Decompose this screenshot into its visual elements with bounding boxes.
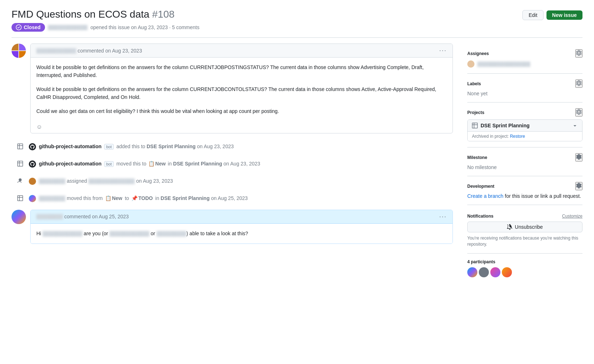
table-icon-3 <box>14 192 26 204</box>
issue-title: FMD Questions on ECOS data #108 <box>12 9 522 20</box>
participant-avatar-1 <box>467 267 477 277</box>
table-icon-1 <box>14 141 26 152</box>
edit-button[interactable]: Edit <box>522 10 543 20</box>
participant-avatar-2 <box>479 267 489 277</box>
milestone-title: Milestone <box>467 155 487 160</box>
second-comment-more-button[interactable]: ··· <box>439 213 447 220</box>
projects-gear-button[interactable] <box>575 108 582 117</box>
first-comment-footer: ☺ <box>31 121 453 133</box>
first-comment-more-button[interactable]: ··· <box>439 47 447 54</box>
participants-title: 4 participants <box>467 259 582 264</box>
sidebar-projects-section: Projects DSE Sprint Planning <box>467 103 582 147</box>
second-comment-container: ████████ commented on Aug 25, 2023 ··· H… <box>30 210 453 244</box>
assignees-title: Assignees <box>467 51 489 56</box>
second-comment-author: ████████ <box>36 214 63 219</box>
header-divider <box>12 37 582 38</box>
first-comment-date: commented on Aug 23, 2023 <box>77 48 142 54</box>
sidebar: Assignees ████████████████ Labels <box>467 44 582 283</box>
timeline-event-moved1: github-project-automation bot moved this… <box>12 158 453 169</box>
first-comment-container: ████████████ commented on Aug 23, 2023 ·… <box>30 44 453 133</box>
new-issue-button[interactable]: New issue <box>546 10 582 20</box>
timeline-text-1: github-project-automation bot added this… <box>29 141 234 150</box>
labels-gear-button[interactable] <box>575 79 582 88</box>
issue-number: #108 <box>152 9 175 20</box>
milestone-gear-button[interactable] <box>575 153 582 161</box>
timeline-event-moved2: ████████ moved this from 📋 New to 📌 TODO… <box>12 192 453 204</box>
development-title: Development <box>467 184 494 189</box>
timeline-event-added: github-project-automation bot added this… <box>12 141 453 152</box>
closed-icon <box>16 24 22 30</box>
unsubscribe-label: Unsubscribe <box>515 224 543 230</box>
sidebar-milestone-section: Milestone No milestone <box>467 147 582 176</box>
timeline-text-4: ████████ moved this from 📋 New to 📌 TODO… <box>29 192 248 202</box>
assignee-name: ████████████████ <box>477 62 530 67</box>
development-gear-button[interactable] <box>575 182 582 190</box>
assignees-gear-button[interactable] <box>575 49 582 58</box>
status-badge: Closed <box>12 23 45 32</box>
project-name: DSE Sprint Planning <box>481 123 530 128</box>
notifications-title: Notifications <box>467 214 494 219</box>
project-table-icon <box>472 123 478 128</box>
labels-title: Labels <box>467 81 481 86</box>
first-comment-p2: Would it be possible to get definitions … <box>36 85 447 101</box>
second-comment-date: commented on Aug 25, 2023 <box>64 214 129 219</box>
sidebar-development-section: Development Create a branch for this iss… <box>467 176 582 205</box>
project-box: DSE Sprint Planning Archived in project:… <box>467 119 582 141</box>
project-name-row: DSE Sprint Planning <box>472 123 530 128</box>
first-comment-body: Would it be possible to get definitions … <box>31 58 453 121</box>
projects-title: Projects <box>467 110 484 115</box>
second-commenter-avatar <box>12 210 26 224</box>
customize-link[interactable]: Customize <box>562 214 582 219</box>
content-area: ████████████ commented on Aug 23, 2023 ·… <box>12 44 453 283</box>
chevron-down-icon <box>572 123 578 128</box>
timeline-text-2: github-project-automation bot moved this… <box>29 158 260 168</box>
assignee-avatar <box>467 60 474 68</box>
project-header-row[interactable]: DSE Sprint Planning <box>468 120 582 131</box>
first-comment-header: ████████████ commented on Aug 23, 2023 ·… <box>31 44 453 58</box>
bot-badge-2: bot <box>104 161 114 167</box>
first-comment-block: ████████████ commented on Aug 23, 2023 ·… <box>12 44 453 133</box>
sidebar-participants-section: 4 participants <box>467 254 582 283</box>
second-comment-block: ████████ commented on Aug 25, 2023 ··· H… <box>12 210 453 244</box>
first-comment-p1: Would it be possible to get definitions … <box>36 63 447 79</box>
project-restore-link[interactable]: Restore <box>510 134 525 139</box>
create-branch-link[interactable]: Create a branch <box>467 193 503 199</box>
first-comment-p3: Could we also get data on cert list elig… <box>36 107 447 115</box>
second-comment-body: Hi ████████████ are you (or ████████████… <box>31 224 453 244</box>
second-comment-header: ████████ commented on Aug 25, 2023 ··· <box>31 210 453 224</box>
milestone-value: No milestone <box>467 164 497 170</box>
second-comment-text: Hi ████████████ are you (or ████████████… <box>36 229 447 238</box>
project-archived-row: Archived in project: Restore <box>468 131 582 141</box>
sidebar-notifications-section: Notifications Customize Unsubscribe You'… <box>467 208 582 254</box>
issue-author: ████████████ <box>48 25 88 30</box>
timeline-text-3: ████████ assigned ██████████████ on Aug … <box>29 175 173 185</box>
first-comment-author: ████████████ <box>36 48 76 54</box>
development-text: Create a branch for this issue or link a… <box>467 193 581 199</box>
sidebar-assignees-section: Assignees ████████████████ <box>467 44 582 74</box>
notifications-info: You're receiving notifications because y… <box>467 235 582 247</box>
emoji-reaction-button[interactable]: ☺ <box>36 124 42 130</box>
participants-row <box>467 267 582 277</box>
assignee-row: ████████████████ <box>467 60 582 68</box>
timeline-event-assigned: ████████ assigned ██████████████ on Aug … <box>12 175 453 187</box>
bell-slash-icon <box>507 224 513 230</box>
participant-avatar-3 <box>490 267 500 277</box>
labels-value: None yet <box>467 91 487 96</box>
sidebar-labels-section: Labels None yet <box>467 74 582 103</box>
issue-meta: Closed ████████████ opened this issue on… <box>12 23 522 32</box>
table-icon-2 <box>14 158 26 169</box>
unsubscribe-button[interactable]: Unsubscribe <box>467 222 582 232</box>
first-commenter-avatar <box>12 44 26 58</box>
bot-badge-1: bot <box>104 144 114 150</box>
participant-avatar-4 <box>502 267 512 277</box>
person-icon <box>14 175 26 187</box>
